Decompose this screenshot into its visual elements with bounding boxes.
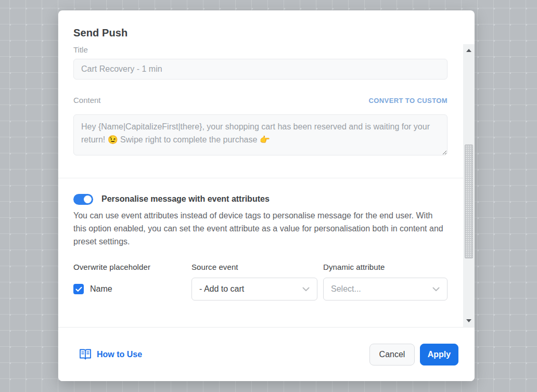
dialog-footer: How to Use Cancel Apply [58, 327, 475, 381]
footer-buttons: Cancel Apply [369, 344, 458, 365]
triangle-down-icon[interactable] [466, 319, 471, 322]
chevron-down-icon [302, 287, 310, 292]
dynamic-attribute-value: Select... [331, 284, 361, 294]
source-event-dropdown[interactable]: - Add to cart [191, 278, 317, 300]
send-push-dialog: Send Push Title Content CONVERT TO CUSTO… [58, 10, 475, 381]
dynamic-attribute-dropdown[interactable]: Select... [323, 278, 448, 300]
cancel-button[interactable]: Cancel [369, 344, 415, 365]
personalise-description: You can use event attributes instead of … [73, 209, 448, 248]
chevron-down-icon [432, 287, 440, 292]
overwrite-placeholder-header: Overwrite placeholder [73, 263, 191, 271]
source-event-header: Source event [191, 263, 317, 271]
open-book-icon [79, 349, 92, 360]
how-to-use-label: How to Use [97, 350, 142, 359]
apply-button[interactable]: Apply [420, 344, 458, 365]
name-checkbox[interactable] [73, 284, 84, 294]
toggle-knob-icon [84, 195, 92, 203]
triangle-up-icon[interactable] [466, 49, 471, 52]
personalise-toggle[interactable] [73, 194, 93, 205]
content-textarea[interactable]: Hey {Name|CapitalizeFirst|there}, your s… [73, 114, 448, 155]
attribute-row: Name - Add to cart Select... [73, 278, 448, 300]
source-event-value: - Add to cart [199, 284, 244, 294]
scrollbar-thumb[interactable] [465, 145, 473, 258]
scrollbar[interactable] [463, 44, 475, 327]
content-label: Content [73, 96, 101, 104]
title-label: Title [73, 46, 448, 54]
section-divider [58, 178, 463, 178]
dialog-body: Title Content CONVERT TO CUSTOM Hey {Nam… [58, 44, 463, 327]
overwrite-placeholder-cell: Name [73, 284, 191, 294]
convert-to-custom-link[interactable]: CONVERT TO CUSTOM [369, 97, 448, 104]
dialog-title: Send Push [73, 27, 459, 39]
dynamic-attribute-header: Dynamic attribute [323, 263, 448, 271]
content-label-row: Content CONVERT TO CUSTOM [73, 96, 448, 104]
how-to-use-link[interactable]: How to Use [79, 349, 142, 360]
personalise-toggle-label: Personalise message with event attribute… [101, 194, 270, 204]
canvas-background: Send Push Title Content CONVERT TO CUSTO… [0, 0, 537, 392]
attribute-column-headers: Overwrite placeholder Source event Dynam… [73, 263, 448, 271]
dialog-header: Send Push [58, 10, 475, 39]
title-input[interactable] [73, 59, 448, 80]
checkmark-icon [75, 286, 82, 292]
name-checkbox-label: Name [90, 284, 112, 294]
personalise-toggle-row: Personalise message with event attribute… [73, 193, 448, 205]
